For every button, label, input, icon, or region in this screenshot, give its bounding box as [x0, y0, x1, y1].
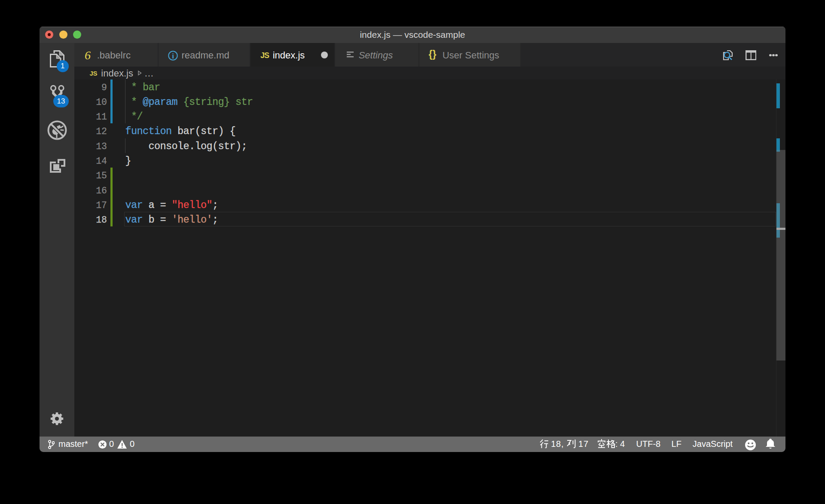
svg-text:i: i: [172, 52, 174, 60]
